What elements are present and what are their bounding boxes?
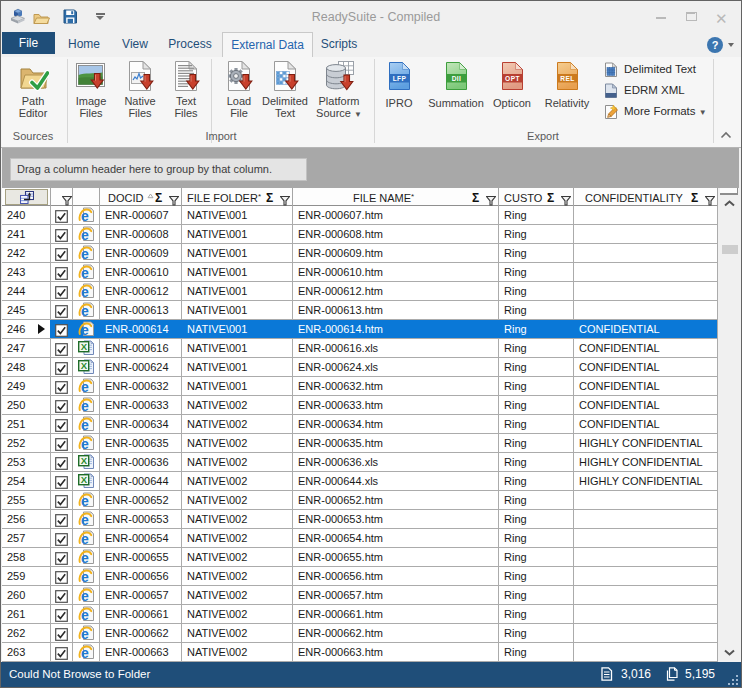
svg-text:e: e [81,398,89,413]
svg-text:e: e [81,208,89,223]
svg-text:e: e [81,436,89,451]
svg-text:e: e [81,227,89,242]
svg-text:X: X [81,474,88,485]
svg-text:e: e [81,284,89,299]
svg-text:e: e [81,246,89,261]
svg-text:e: e [81,303,89,318]
svg-text:e: e [81,626,89,641]
svg-text:X: X [81,360,88,371]
svg-text:REL: REL [560,75,574,82]
svg-text:e: e [81,531,89,546]
svg-text:e: e [81,322,89,337]
svg-text:OPT: OPT [505,75,520,82]
svg-text:e: e [81,379,89,394]
svg-text:e: e [81,645,89,660]
svg-text:e: e [81,550,89,565]
svg-text:e: e [81,265,89,280]
svg-text:DII: DII [452,75,462,82]
svg-text:e: e [81,417,89,432]
svg-text:X: X [81,341,88,352]
svg-text:e: e [81,493,89,508]
svg-text:X: X [81,455,88,466]
svg-text:e: e [81,512,89,527]
svg-text:e: e [81,569,89,584]
svg-text:e: e [81,588,89,603]
svg-text:LFP: LFP [393,75,407,82]
svg-text:e: e [81,607,89,622]
